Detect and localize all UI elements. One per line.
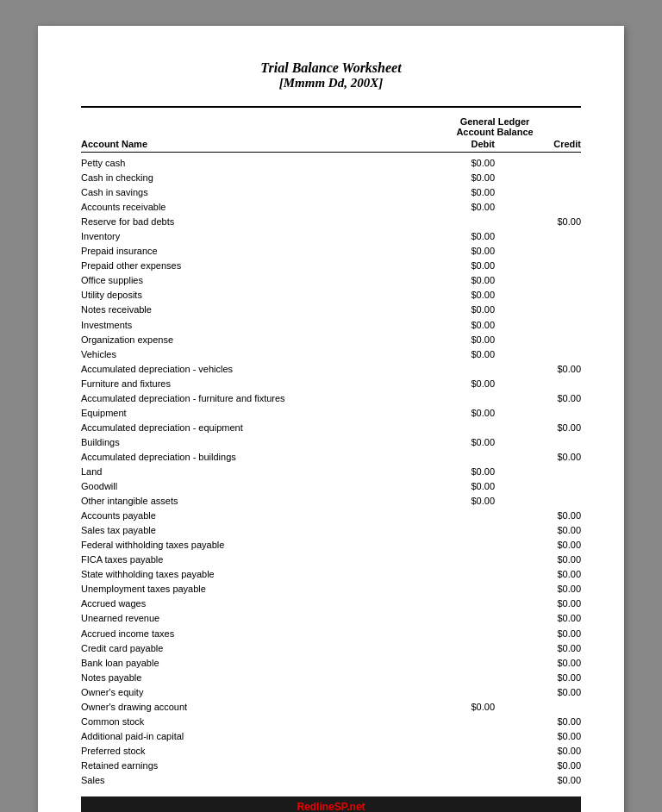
row-debit: $0.00 xyxy=(409,185,495,200)
row-debit: $0.00 xyxy=(409,273,495,288)
title-block: Trial Balance Worksheet [Mmmm Dd, 200X] xyxy=(81,60,581,91)
table-row: Accumulated depreciation - vehicles$0.00 xyxy=(81,362,581,377)
table-row: Investments$0.00 xyxy=(81,318,581,333)
row-credit: $0.00 xyxy=(495,362,581,377)
account-name-header: Account Name xyxy=(81,139,409,149)
row-credit: $0.00 xyxy=(495,744,581,759)
row-account-name: Organization expense xyxy=(81,333,409,347)
row-account-name: Unemployment taxes payable xyxy=(81,582,409,597)
table-row: Land$0.00 xyxy=(81,465,581,479)
row-account-name: Office supplies xyxy=(81,273,409,288)
row-credit: $0.00 xyxy=(495,641,581,656)
row-credit: $0.00 xyxy=(495,215,581,229)
row-debit: $0.00 xyxy=(409,229,495,244)
row-account-name: Cash in checking xyxy=(81,171,409,185)
row-debit: $0.00 xyxy=(409,244,495,259)
row-account-name: Accumulated depreciation - furniture and… xyxy=(81,391,409,406)
row-account-name: Accumulated depreciation - equipment xyxy=(81,421,409,435)
row-account-name: Retained earnings xyxy=(81,759,409,773)
table-row: Buildings$0.00 xyxy=(81,435,581,450)
row-account-name: Reserve for bad debts xyxy=(81,215,409,229)
row-credit: $0.00 xyxy=(495,627,581,641)
worksheet-date: [Mmmm Dd, 200X] xyxy=(81,76,581,91)
table-row: Prepaid other expenses$0.00 xyxy=(81,259,581,273)
table-row: Accrued wages$0.00 xyxy=(81,597,581,611)
table-row: Bank loan payable$0.00 xyxy=(81,656,581,671)
table-row: Accumulated depreciation - furniture and… xyxy=(81,391,581,406)
row-debit: $0.00 xyxy=(409,171,495,185)
table-row: Retained earnings$0.00 xyxy=(81,759,581,773)
row-credit: $0.00 xyxy=(495,715,581,729)
row-account-name: Common stock xyxy=(81,715,409,729)
row-account-name: Equipment xyxy=(81,406,409,421)
row-account-name: Accumulated depreciation - vehicles xyxy=(81,362,409,377)
table-row: FICA taxes payable$0.00 xyxy=(81,553,581,567)
table-row: Additional paid-in capital$0.00 xyxy=(81,729,581,744)
row-credit: $0.00 xyxy=(495,759,581,773)
table-row: Equipment$0.00 xyxy=(81,406,581,421)
table-row: Accrued income taxes$0.00 xyxy=(81,627,581,641)
worksheet-title: Trial Balance Worksheet xyxy=(81,60,581,76)
row-account-name: Federal withholding taxes payable xyxy=(81,538,409,553)
row-account-name: Inventory xyxy=(81,229,409,244)
row-debit: $0.00 xyxy=(409,259,495,273)
account-balance-label: Account Balance xyxy=(409,127,581,137)
table-row: Accounts receivable$0.00 xyxy=(81,200,581,215)
row-debit: $0.00 xyxy=(409,479,495,494)
row-account-name: Investments xyxy=(81,318,409,333)
row-debit: $0.00 xyxy=(409,200,495,215)
row-debit: $0.00 xyxy=(409,377,495,391)
row-credit: $0.00 xyxy=(495,729,581,744)
row-debit: $0.00 xyxy=(409,465,495,479)
table-row: Furniture and fixtures$0.00 xyxy=(81,377,581,391)
table-row: Accumulated depreciation - buildings$0.0… xyxy=(81,450,581,465)
row-account-name: Prepaid insurance xyxy=(81,244,409,259)
row-credit: $0.00 xyxy=(495,421,581,435)
row-credit: $0.00 xyxy=(495,553,581,567)
row-account-name: Unearned revenue xyxy=(81,611,409,626)
row-account-name: Sales xyxy=(81,773,409,788)
row-debit: $0.00 xyxy=(409,318,495,333)
row-account-name: Credit card payable xyxy=(81,641,409,656)
table-row: Inventory$0.00 xyxy=(81,229,581,244)
footer-brand-red: Redline xyxy=(297,801,334,812)
table-row: Common stock$0.00 xyxy=(81,715,581,729)
table-row: Office supplies$0.00 xyxy=(81,273,581,288)
row-credit: $0.00 xyxy=(495,538,581,553)
row-account-name: Notes payable xyxy=(81,671,409,685)
row-credit: $0.00 xyxy=(495,685,581,700)
row-account-name: FICA taxes payable xyxy=(81,553,409,567)
table-row: Reserve for bad debts$0.00 xyxy=(81,215,581,229)
row-debit: $0.00 xyxy=(409,156,495,171)
row-debit: $0.00 xyxy=(409,288,495,303)
row-account-name: Accrued income taxes xyxy=(81,627,409,641)
row-account-name: Vehicles xyxy=(81,347,409,362)
table-rows: Petty cash$0.00Cash in checking$0.00Cash… xyxy=(81,156,581,788)
row-credit: $0.00 xyxy=(495,597,581,611)
row-credit: $0.00 xyxy=(495,391,581,406)
row-credit: $0.00 xyxy=(495,671,581,685)
row-account-name: Owner's equity xyxy=(81,685,409,700)
table-row: Unearned revenue$0.00 xyxy=(81,611,581,626)
table-row: Other intangible assets$0.00 xyxy=(81,494,581,509)
table-row: Credit card payable$0.00 xyxy=(81,641,581,656)
row-account-name: Other intangible assets xyxy=(81,494,409,509)
row-credit: $0.00 xyxy=(495,582,581,597)
table-row: Preferred stock$0.00 xyxy=(81,744,581,759)
table-row: Owner's equity$0.00 xyxy=(81,685,581,700)
row-account-name: Bank loan payable xyxy=(81,656,409,671)
column-subheaders: Account Name Debit Credit xyxy=(81,139,581,153)
table-row: Notes receivable$0.00 xyxy=(81,303,581,317)
row-debit: $0.00 xyxy=(409,494,495,509)
table-row: Organization expense$0.00 xyxy=(81,333,581,347)
row-account-name: Land xyxy=(81,465,409,479)
row-debit: $0.00 xyxy=(409,333,495,347)
table-row: Utility deposits$0.00 xyxy=(81,288,581,303)
row-debit: $0.00 xyxy=(409,435,495,450)
row-account-name: Notes receivable xyxy=(81,303,409,317)
table-row: Cash in savings$0.00 xyxy=(81,185,581,200)
row-credit: $0.00 xyxy=(495,509,581,523)
row-account-name: Accounts receivable xyxy=(81,200,409,215)
table-row: Unemployment taxes payable$0.00 xyxy=(81,582,581,597)
row-credit: $0.00 xyxy=(495,567,581,582)
